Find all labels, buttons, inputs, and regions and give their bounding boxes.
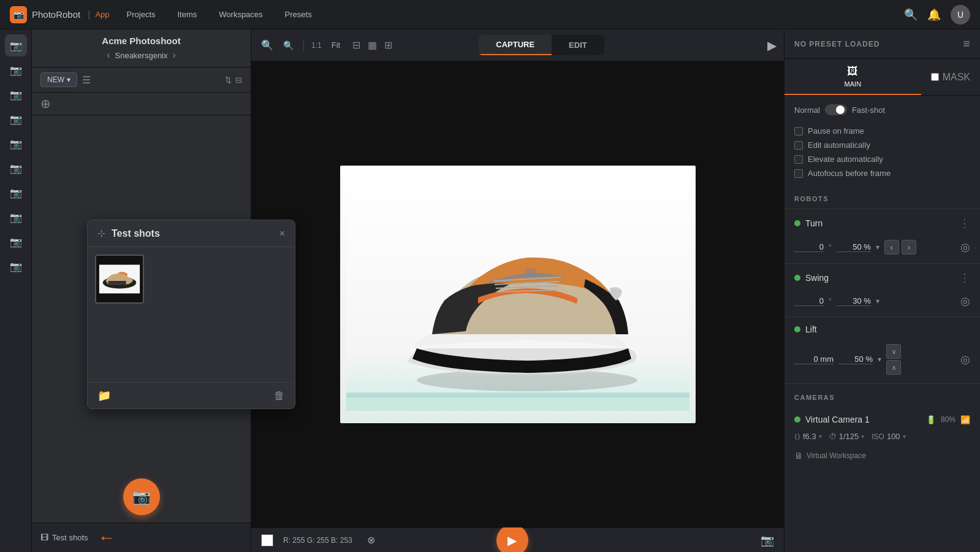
rail-camera-icon[interactable]: 📷 xyxy=(5,34,27,56)
svg-rect-10 xyxy=(346,396,689,411)
lift-down-button[interactable]: ∧ xyxy=(886,360,901,375)
zoom-in-icon[interactable]: 🔍 xyxy=(259,37,276,53)
lift-up-button[interactable]: ∨ xyxy=(886,344,901,359)
new-button[interactable]: NEW ▾ xyxy=(40,72,77,87)
main-tab-label: MAIN xyxy=(845,80,862,88)
prev-collection-arrow[interactable]: ‹ xyxy=(107,50,110,61)
add-item-button[interactable]: ⊕ xyxy=(40,96,51,111)
mask-checkbox[interactable] xyxy=(931,73,939,81)
nav-right: 🔍 🔔 U xyxy=(904,5,970,25)
left-panel: Acme Photoshoot ‹ Sneakersgenix › NEW ▾ … xyxy=(32,29,251,552)
checkbox-group: Pause on frame Edit automatically Elevat… xyxy=(784,124,980,185)
delete-icon[interactable]: 🗑 xyxy=(274,389,285,402)
rail-icon-4[interactable]: 📷 xyxy=(5,108,27,130)
play-icon[interactable]: ▶ xyxy=(767,38,777,53)
iso-setting[interactable]: ISO 100 ▾ xyxy=(872,432,905,441)
rail-icon-10[interactable]: 📷 xyxy=(5,255,27,277)
user-avatar[interactable]: U xyxy=(951,5,970,25)
autofocus-checkbox[interactable] xyxy=(794,169,803,178)
panel-list-icon[interactable]: ☰ xyxy=(82,74,91,86)
wifi-icon: 📶 xyxy=(960,415,970,424)
turn-prev-button[interactable]: ‹ xyxy=(884,240,899,255)
pause-on-frame-row: Pause on frame xyxy=(794,126,970,136)
sort-icon: ⇅ xyxy=(225,75,232,85)
rail-icon-3[interactable]: 📷 xyxy=(5,83,27,105)
canvas-bg xyxy=(251,61,784,527)
camera-icon[interactable]: 📷 xyxy=(761,534,774,547)
drag-icon: ⊹ xyxy=(97,228,105,239)
svg-rect-9 xyxy=(525,269,536,277)
lift-status-dot xyxy=(794,326,800,332)
zoom-out-icon[interactable]: 🔍 xyxy=(281,38,296,53)
swing-target-icon[interactable]: ◎ xyxy=(960,294,970,308)
icon-rail: 📷 📷 📷 📷 📷 📷 📷 📷 📷 📷 xyxy=(0,29,32,552)
rail-icon-9[interactable]: 📷 xyxy=(5,231,27,253)
fast-shot-toggle[interactable] xyxy=(825,104,847,115)
left-panel-header: Acme Photoshoot ‹ Sneakersgenix › xyxy=(32,29,251,67)
camera-status-dot xyxy=(794,416,800,423)
grid-icon[interactable]: ⊟ xyxy=(350,37,363,53)
nav-items[interactable]: Items xyxy=(173,7,202,21)
lift-robot-header: Lift xyxy=(784,317,980,342)
sort-button[interactable]: ⇅ ⊟ xyxy=(225,75,242,85)
shutter-setting[interactable]: ⏱ 1/125 ▾ xyxy=(829,432,865,441)
workspace-label: Virtual Workspace xyxy=(807,451,866,460)
nav-workspaces[interactable]: Workspaces xyxy=(214,7,267,21)
next-collection-arrow[interactable]: › xyxy=(173,50,176,61)
camera-name: Virtual Camera 1 xyxy=(805,415,921,424)
edit-tab[interactable]: EDIT xyxy=(552,35,604,55)
search-icon[interactable]: 🔍 xyxy=(904,8,917,21)
grid-view-icon[interactable]: ⊞ xyxy=(382,37,395,53)
turn-robot-menu-button[interactable]: ⋮ xyxy=(959,217,970,230)
camera-item: Virtual Camera 1 🔋 80% 📶 ⟨⟩ f6.3 ▾ ⏱ 1/1… xyxy=(784,407,980,470)
shot-thumbnail[interactable] xyxy=(95,255,144,304)
rail-icon-7[interactable]: 📷 xyxy=(5,182,27,204)
bell-icon[interactable]: 🔔 xyxy=(927,8,941,21)
test-shots-content xyxy=(88,247,295,382)
lift-target-icon[interactable]: ◎ xyxy=(960,353,970,366)
top-nav: 📷 PhotoRobot | App Projects Items Worksp… xyxy=(0,0,980,29)
pause-on-frame-checkbox[interactable] xyxy=(794,127,803,136)
rail-icon-2[interactable]: 📷 xyxy=(5,59,27,81)
main-tab[interactable]: 🖼 MAIN xyxy=(784,59,921,95)
battery-percent: 80% xyxy=(941,415,955,424)
lift-robot: Lift ▾ ∨ ∧ ◎ xyxy=(784,316,980,383)
turn-speed-arrow: ▾ xyxy=(876,243,879,251)
mask-tab[interactable]: MASK xyxy=(921,59,980,95)
swing-degrees-input[interactable] xyxy=(794,296,824,306)
panel-menu-button[interactable]: ≡ xyxy=(963,37,970,51)
lift-speed-input[interactable] xyxy=(838,355,873,364)
nav-presets[interactable]: Presets xyxy=(280,7,317,21)
aperture-setting[interactable]: ⟨⟩ f6.3 ▾ xyxy=(794,432,822,441)
turn-next-button[interactable]: › xyxy=(902,240,916,255)
film-strip-icon[interactable]: ▦ xyxy=(365,37,379,53)
shoe-svg xyxy=(346,178,689,411)
rail-icon-8[interactable]: 📷 xyxy=(5,206,27,228)
test-shots-close-button[interactable]: × xyxy=(279,228,285,239)
turn-robot-name: Turn xyxy=(805,218,954,228)
play-button[interactable]: ▶ xyxy=(496,524,528,553)
capture-tab[interactable]: CAPTURE xyxy=(479,35,552,55)
turn-degrees-input[interactable] xyxy=(794,242,824,252)
turn-speed-input[interactable] xyxy=(837,242,871,252)
folder-icon[interactable]: 📁 xyxy=(97,389,111,402)
right-tabs: 🖼 MAIN MASK xyxy=(784,59,980,96)
zoom-1-1-label[interactable]: 1:1 xyxy=(311,41,322,50)
robots-section-header: ROBOTS xyxy=(784,185,980,209)
capture-button[interactable]: 📷 xyxy=(123,478,160,515)
lift-mm-input[interactable] xyxy=(794,355,834,364)
turn-target-icon[interactable]: ◎ xyxy=(960,240,970,254)
rail-icon-6[interactable]: 📷 xyxy=(5,157,27,179)
fit-button[interactable]: Fit xyxy=(327,38,345,52)
rail-icon-5[interactable]: 📷 xyxy=(5,132,27,155)
clear-color-button[interactable]: ⊗ xyxy=(367,534,375,546)
elevate-auto-label: Elevate automatically xyxy=(808,155,883,164)
edit-auto-checkbox[interactable] xyxy=(794,141,803,150)
toggle-normal-label: Normal xyxy=(794,105,820,115)
elevate-auto-checkbox[interactable] xyxy=(794,155,803,164)
swing-speed-input[interactable] xyxy=(837,296,871,306)
view-icons: ⊟ ▦ ⊞ xyxy=(350,37,395,53)
aperture-dropdown-icon: ▾ xyxy=(819,433,822,440)
nav-projects[interactable]: Projects xyxy=(122,7,161,21)
swing-robot-menu-button[interactable]: ⋮ xyxy=(959,271,970,285)
